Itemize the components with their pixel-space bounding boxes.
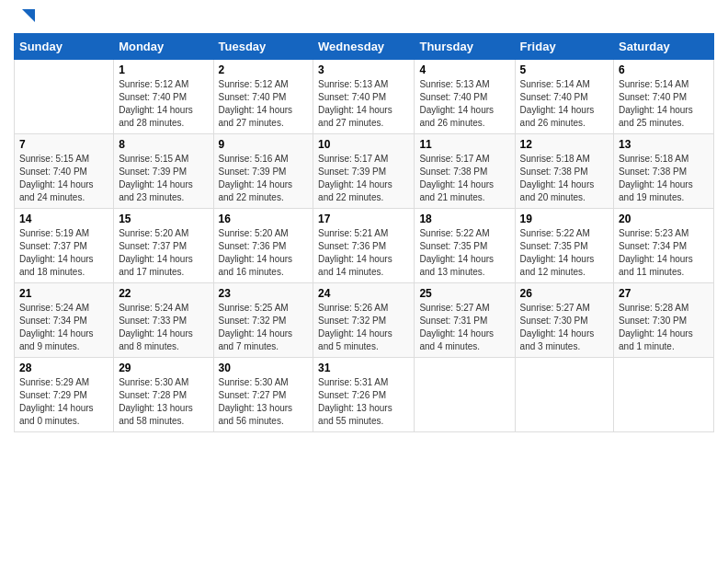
day-info: Sunrise: 5:28 AMSunset: 7:30 PMDaylight:… <box>619 302 709 353</box>
day-number: 17 <box>318 213 409 225</box>
logo-triangle-icon <box>15 6 35 26</box>
day-info: Sunrise: 5:17 AMSunset: 7:38 PMDaylight:… <box>419 153 509 204</box>
svg-marker-0 <box>22 9 35 22</box>
calendar-cell: 17Sunrise: 5:21 AMSunset: 7:36 PMDayligh… <box>313 209 415 283</box>
day-number: 15 <box>119 213 208 225</box>
day-info: Sunrise: 5:14 AMSunset: 7:40 PMDaylight:… <box>520 78 609 130</box>
calendar-cell: 16Sunrise: 5:20 AMSunset: 7:36 PMDayligh… <box>213 209 313 283</box>
day-number: 12 <box>520 138 609 151</box>
calendar-cell: 15Sunrise: 5:20 AMSunset: 7:37 PMDayligh… <box>114 209 213 283</box>
day-info: Sunrise: 5:19 AMSunset: 7:37 PMDaylight:… <box>19 227 108 279</box>
day-info: Sunrise: 5:17 AMSunset: 7:39 PMDaylight:… <box>318 153 409 204</box>
calendar-cell: 18Sunrise: 5:22 AMSunset: 7:35 PMDayligh… <box>415 209 515 283</box>
calendar-cell: 4Sunrise: 5:13 AMSunset: 7:40 PMDaylight… <box>415 60 515 134</box>
day-number: 1 <box>119 63 208 76</box>
calendar-cell: 11Sunrise: 5:17 AMSunset: 7:38 PMDayligh… <box>415 134 515 209</box>
day-number: 27 <box>619 287 709 300</box>
day-number: 16 <box>219 213 309 225</box>
calendar-cell <box>515 358 613 432</box>
calendar-cell: 19Sunrise: 5:22 AMSunset: 7:35 PMDayligh… <box>515 209 613 283</box>
day-info: Sunrise: 5:22 AMSunset: 7:35 PMDaylight:… <box>520 227 609 279</box>
calendar-cell: 8Sunrise: 5:15 AMSunset: 7:39 PMDaylight… <box>114 134 213 209</box>
day-info: Sunrise: 5:25 AMSunset: 7:32 PMDaylight:… <box>219 302 309 353</box>
calendar-cell <box>15 60 114 134</box>
day-info: Sunrise: 5:24 AMSunset: 7:33 PMDaylight:… <box>119 302 208 353</box>
calendar-cell: 28Sunrise: 5:29 AMSunset: 7:29 PMDayligh… <box>15 358 114 432</box>
day-number: 13 <box>619 138 709 151</box>
day-number: 18 <box>419 213 509 225</box>
day-number: 23 <box>219 287 309 300</box>
day-number: 2 <box>219 63 309 76</box>
day-info: Sunrise: 5:30 AMSunset: 7:28 PMDaylight:… <box>119 376 208 428</box>
column-header-friday: Friday <box>515 34 613 60</box>
calendar-cell: 6Sunrise: 5:14 AMSunset: 7:40 PMDaylight… <box>614 60 714 134</box>
calendar-cell <box>614 358 714 432</box>
day-info: Sunrise: 5:18 AMSunset: 7:38 PMDaylight:… <box>520 153 609 204</box>
calendar-cell: 20Sunrise: 5:23 AMSunset: 7:34 PMDayligh… <box>614 209 714 283</box>
day-number: 21 <box>19 287 108 300</box>
calendar-cell: 14Sunrise: 5:19 AMSunset: 7:37 PMDayligh… <box>15 209 114 283</box>
calendar-cell: 3Sunrise: 5:13 AMSunset: 7:40 PMDaylight… <box>313 60 415 134</box>
day-number: 22 <box>119 287 208 300</box>
day-number: 9 <box>219 138 309 151</box>
calendar-cell: 25Sunrise: 5:27 AMSunset: 7:31 PMDayligh… <box>415 283 515 358</box>
day-number: 30 <box>219 362 309 374</box>
day-info: Sunrise: 5:15 AMSunset: 7:40 PMDaylight:… <box>19 153 108 204</box>
day-info: Sunrise: 5:24 AMSunset: 7:34 PMDaylight:… <box>19 302 108 353</box>
calendar-cell: 23Sunrise: 5:25 AMSunset: 7:32 PMDayligh… <box>213 283 313 358</box>
day-number: 29 <box>119 362 208 374</box>
day-info: Sunrise: 5:26 AMSunset: 7:32 PMDaylight:… <box>318 302 409 353</box>
day-number: 6 <box>619 63 709 76</box>
logo <box>14 9 35 26</box>
day-info: Sunrise: 5:12 AMSunset: 7:40 PMDaylight:… <box>219 78 309 130</box>
calendar-cell: 26Sunrise: 5:27 AMSunset: 7:30 PMDayligh… <box>515 283 613 358</box>
day-number: 5 <box>520 63 609 76</box>
day-info: Sunrise: 5:31 AMSunset: 7:26 PMDaylight:… <box>318 376 409 428</box>
calendar-cell: 24Sunrise: 5:26 AMSunset: 7:32 PMDayligh… <box>313 283 415 358</box>
day-info: Sunrise: 5:13 AMSunset: 7:40 PMDaylight:… <box>318 78 409 130</box>
day-info: Sunrise: 5:29 AMSunset: 7:29 PMDaylight:… <box>19 376 108 428</box>
column-header-wednesday: Wednesday <box>313 34 415 60</box>
calendar-cell: 27Sunrise: 5:28 AMSunset: 7:30 PMDayligh… <box>614 283 714 358</box>
day-number: 11 <box>419 138 509 151</box>
calendar-cell: 5Sunrise: 5:14 AMSunset: 7:40 PMDaylight… <box>515 60 613 134</box>
calendar-cell: 22Sunrise: 5:24 AMSunset: 7:33 PMDayligh… <box>114 283 213 358</box>
day-info: Sunrise: 5:20 AMSunset: 7:37 PMDaylight:… <box>119 227 208 279</box>
column-header-saturday: Saturday <box>614 34 714 60</box>
day-number: 25 <box>419 287 509 300</box>
day-info: Sunrise: 5:27 AMSunset: 7:31 PMDaylight:… <box>419 302 509 353</box>
calendar-cell: 29Sunrise: 5:30 AMSunset: 7:28 PMDayligh… <box>114 358 213 432</box>
calendar-cell: 1Sunrise: 5:12 AMSunset: 7:40 PMDaylight… <box>114 60 213 134</box>
day-info: Sunrise: 5:14 AMSunset: 7:40 PMDaylight:… <box>619 78 709 130</box>
column-header-sunday: Sunday <box>15 34 114 60</box>
day-number: 4 <box>419 63 509 76</box>
calendar-cell: 10Sunrise: 5:17 AMSunset: 7:39 PMDayligh… <box>313 134 415 209</box>
calendar-cell: 7Sunrise: 5:15 AMSunset: 7:40 PMDaylight… <box>15 134 114 209</box>
day-number: 14 <box>19 213 108 225</box>
day-info: Sunrise: 5:12 AMSunset: 7:40 PMDaylight:… <box>119 78 208 130</box>
day-number: 10 <box>318 138 409 151</box>
day-info: Sunrise: 5:27 AMSunset: 7:30 PMDaylight:… <box>520 302 609 353</box>
day-number: 8 <box>119 138 208 151</box>
calendar-cell: 13Sunrise: 5:18 AMSunset: 7:38 PMDayligh… <box>614 134 714 209</box>
column-header-tuesday: Tuesday <box>213 34 313 60</box>
day-info: Sunrise: 5:18 AMSunset: 7:38 PMDaylight:… <box>619 153 709 204</box>
column-header-monday: Monday <box>114 34 213 60</box>
day-number: 31 <box>318 362 409 374</box>
day-number: 20 <box>619 213 709 225</box>
calendar-cell: 9Sunrise: 5:16 AMSunset: 7:39 PMDaylight… <box>213 134 313 209</box>
day-info: Sunrise: 5:13 AMSunset: 7:40 PMDaylight:… <box>419 78 509 130</box>
calendar-cell: 12Sunrise: 5:18 AMSunset: 7:38 PMDayligh… <box>515 134 613 209</box>
day-info: Sunrise: 5:15 AMSunset: 7:39 PMDaylight:… <box>119 153 208 204</box>
day-number: 3 <box>318 63 409 76</box>
day-number: 24 <box>318 287 409 300</box>
calendar-table: SundayMondayTuesdayWednesdayThursdayFrid… <box>14 33 714 432</box>
day-info: Sunrise: 5:22 AMSunset: 7:35 PMDaylight:… <box>419 227 509 279</box>
calendar-cell: 31Sunrise: 5:31 AMSunset: 7:26 PMDayligh… <box>313 358 415 432</box>
day-info: Sunrise: 5:16 AMSunset: 7:39 PMDaylight:… <box>219 153 309 204</box>
column-header-thursday: Thursday <box>415 34 515 60</box>
calendar-cell: 30Sunrise: 5:30 AMSunset: 7:27 PMDayligh… <box>213 358 313 432</box>
day-info: Sunrise: 5:30 AMSunset: 7:27 PMDaylight:… <box>219 376 309 428</box>
day-number: 7 <box>19 138 108 151</box>
day-info: Sunrise: 5:23 AMSunset: 7:34 PMDaylight:… <box>619 227 709 279</box>
